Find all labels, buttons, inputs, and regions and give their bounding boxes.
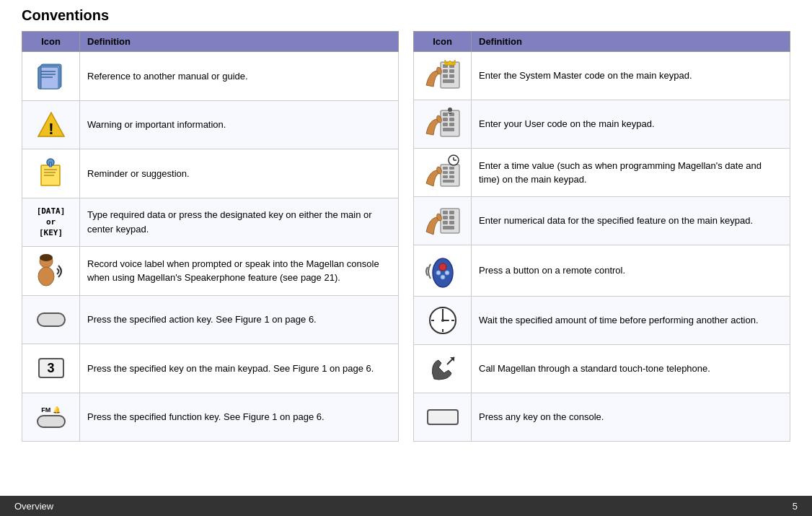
row-definition: Warning or important information. <box>80 100 399 149</box>
row-definition: Reminder or suggestion. <box>80 149 399 198</box>
row-definition: Press the specified function key. See Fi… <box>80 393 399 442</box>
svg-rect-24 <box>449 74 454 78</box>
svg-point-17 <box>38 267 54 286</box>
row-definition: Press the specified action key. See Figu… <box>80 295 399 344</box>
icon-cell <box>414 245 472 297</box>
svg-rect-29 <box>443 113 448 116</box>
function-key-group: FM 🔔 <box>37 406 66 428</box>
table-row: Press the specified action key. See Figu… <box>22 295 399 344</box>
svg-rect-32 <box>449 118 454 121</box>
svg-rect-34 <box>449 123 454 126</box>
keypad-time-icon <box>421 154 464 191</box>
tables-wrapper: Icon Definition <box>22 31 790 442</box>
svg-rect-55 <box>443 221 448 224</box>
svg-rect-35 <box>443 128 454 131</box>
svg-rect-23 <box>443 74 448 78</box>
fm-label: FM 🔔 <box>41 406 61 414</box>
table-row: Enter the System Master code on the main… <box>414 52 790 100</box>
icon-cell: ! <box>22 100 80 149</box>
svg-rect-52 <box>449 211 454 214</box>
footer-right-text: 5 <box>793 501 798 512</box>
icon-cell <box>22 149 80 198</box>
table-row: Reminder or suggestion. <box>22 149 399 198</box>
svg-rect-21 <box>443 69 448 73</box>
table-row: Wait the specified amount of time before… <box>414 297 790 345</box>
speakerphone-icon <box>30 253 72 289</box>
table-row: Press a button on a remote control. <box>414 245 790 297</box>
icon-cell <box>414 297 472 345</box>
icon-cell <box>414 149 472 197</box>
svg-rect-57 <box>443 226 454 229</box>
row-definition: Reference to another manual or guide. <box>80 52 399 101</box>
left-icon-header: Icon <box>22 32 80 52</box>
svg-text:!: ! <box>48 120 53 138</box>
svg-marker-27 <box>445 60 455 65</box>
table-row: ! Warning or important information. <box>22 100 399 149</box>
console-key-icon <box>421 399 464 435</box>
right-table-body: Enter the System Master code on the main… <box>414 52 790 442</box>
icon-cell <box>22 295 80 344</box>
svg-point-60 <box>439 263 446 271</box>
svg-rect-31 <box>443 118 448 121</box>
svg-point-61 <box>436 271 441 275</box>
left-table-body: Reference to another manual or guide. ! … <box>22 52 399 442</box>
right-conventions-table: Icon Definition <box>413 31 790 442</box>
key3-icon: 3 <box>30 350 72 386</box>
left-conventions-table: Icon Definition <box>22 31 399 442</box>
icon-cell <box>414 345 472 393</box>
svg-rect-42 <box>449 171 454 174</box>
svg-rect-14 <box>49 162 51 167</box>
svg-rect-33 <box>443 123 448 126</box>
svg-rect-6 <box>38 67 41 89</box>
oval-key <box>37 312 66 327</box>
svg-rect-22 <box>449 69 454 73</box>
book-icon <box>30 58 72 94</box>
svg-rect-56 <box>449 221 454 224</box>
warning-icon: ! <box>30 107 72 143</box>
table-row: Enter numerical data for the specified f… <box>414 197 790 245</box>
svg-rect-25 <box>443 79 454 83</box>
keypad-master-icon <box>421 58 464 94</box>
footer-bar: Overview 5 <box>0 496 812 516</box>
svg-rect-53 <box>443 216 448 219</box>
row-definition: Call Magellan through a standard touch-t… <box>472 345 790 393</box>
svg-rect-44 <box>449 175 454 178</box>
table-row: Record voice label when prompted or spea… <box>22 247 399 296</box>
row-definition: Wait the specified amount of time before… <box>472 297 790 345</box>
row-definition: Enter a time value (such as when program… <box>472 149 790 197</box>
table-row: Press any key on the console. <box>414 393 790 442</box>
icon-cell <box>414 197 472 245</box>
page-title: Conventions <box>22 7 790 24</box>
row-definition: Enter numerical data for the specified f… <box>472 197 790 245</box>
data-key-text: [DATA]or[KEY] <box>37 206 66 239</box>
left-def-header: Definition <box>80 32 399 52</box>
telephone-icon <box>421 351 464 387</box>
row-definition: Type required data or press the designat… <box>80 198 399 247</box>
footer-left-text: Overview <box>14 501 53 512</box>
action-key-icon <box>30 302 72 338</box>
svg-point-16 <box>40 254 53 261</box>
icon-cell: [DATA]or[KEY] <box>22 198 80 247</box>
reminder-icon <box>30 155 72 191</box>
row-definition: Enter the System Master code on the main… <box>472 52 790 100</box>
table-row: [DATA]or[KEY] Type required data or pres… <box>22 198 399 247</box>
remote-control-icon <box>421 251 464 290</box>
right-def-header: Definition <box>472 32 790 52</box>
svg-point-71 <box>441 319 444 322</box>
number-key: 3 <box>38 358 64 378</box>
svg-rect-51 <box>443 211 448 214</box>
page-content: Conventions Icon Definition <box>0 0 812 485</box>
icon-cell <box>414 393 472 442</box>
svg-point-63 <box>441 275 445 279</box>
right-icon-header: Icon <box>414 32 472 52</box>
table-row: Call Magellan through a standard touch-t… <box>414 345 790 393</box>
svg-rect-41 <box>443 171 448 174</box>
table-row: 3 Press the specified key on the main ke… <box>22 344 399 393</box>
keypad-data-icon <box>421 203 464 239</box>
svg-rect-39 <box>443 167 448 170</box>
svg-rect-43 <box>443 175 448 178</box>
table-row: Enter your User code on the main keypad. <box>414 100 790 149</box>
func-oval <box>37 415 66 428</box>
row-definition: Press any key on the console. <box>472 393 790 442</box>
svg-rect-45 <box>443 180 454 183</box>
